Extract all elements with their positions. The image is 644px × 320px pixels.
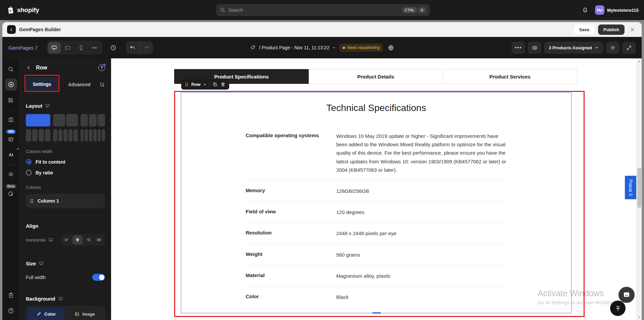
scrollbar-down-arrow[interactable]: ▼ <box>637 315 642 320</box>
rail-interactions-icon[interactable]: Beta <box>5 188 17 200</box>
layout-cell <box>53 114 65 126</box>
column-item[interactable]: Column 1 <box>26 194 105 208</box>
device-switcher <box>47 41 102 55</box>
redo-button[interactable] <box>140 41 153 54</box>
spec-label: Compatible operating systems <box>246 132 336 174</box>
settings-gear-button[interactable] <box>606 42 620 54</box>
spec-row: Weight560 grams <box>246 244 507 265</box>
notifications-bell-icon[interactable] <box>580 5 590 15</box>
publish-button[interactable]: Publish <box>598 24 625 35</box>
rail-divider <box>7 165 15 165</box>
back-chevron-icon[interactable] <box>26 65 31 70</box>
rail-checklist-icon[interactable] <box>5 289 17 301</box>
device-scope-icon <box>58 296 63 301</box>
avatar: Myt <box>595 5 604 15</box>
trash-icon[interactable] <box>220 82 226 87</box>
rail-pages-icon[interactable] <box>5 114 17 126</box>
layout-option-2-column[interactable] <box>53 114 78 126</box>
drag-handle-icon[interactable] <box>185 82 188 87</box>
arrow-up-icon <box>615 305 621 312</box>
panel-help-icon[interactable]: ? <box>98 64 105 71</box>
store-name: Myteststore115 <box>607 8 639 13</box>
layout-option-5-column[interactable] <box>53 129 78 142</box>
rail-add-element-icon[interactable] <box>5 78 17 91</box>
desktop-device-button[interactable] <box>48 42 61 53</box>
spec-label: Memory <box>246 187 336 195</box>
panel-title: Row <box>36 65 47 71</box>
panel-search-icon[interactable] <box>99 82 105 88</box>
save-button[interactable]: Save <box>574 24 595 35</box>
chevron-down-icon <box>332 46 336 50</box>
rail-templates-icon[interactable]: 450 <box>5 133 17 145</box>
layout-cell <box>45 129 50 142</box>
layout-option-1-column[interactable] <box>26 114 50 126</box>
scrollbar-thumb[interactable] <box>637 168 641 208</box>
page-title-dropdown[interactable]: / Product Page - Nov 11, 11:13:22 <box>259 45 336 50</box>
full-width-toggle[interactable] <box>92 274 105 281</box>
rail-search-icon[interactable] <box>5 63 17 75</box>
align-center-button[interactable] <box>72 235 83 245</box>
chevron-up-icon[interactable]: ▲ <box>203 83 206 86</box>
kbd-ctrl: CTRL <box>402 7 417 13</box>
close-icon[interactable] <box>628 26 637 34</box>
rail-divider <box>7 110 15 110</box>
horizontal-label: Horizontal <box>26 237 46 243</box>
kbd-k: K <box>418 7 426 13</box>
more-options-button[interactable]: ••• <box>511 42 525 54</box>
svg-text:S: S <box>9 9 11 12</box>
activate-windows-watermark: Activate Windows Go to Settings to activ… <box>538 288 616 305</box>
rail-sections-icon[interactable] <box>5 94 17 106</box>
spec-label: Field of view <box>246 208 336 216</box>
responsive-device-button[interactable] <box>88 42 101 53</box>
layout-option-3-column[interactable] <box>81 114 105 126</box>
layout-cell <box>68 129 72 142</box>
global-search-input[interactable]: Search CTRL K <box>216 4 430 16</box>
radio-by-ratio[interactable]: By ratio <box>26 170 105 175</box>
scrollbar-up-arrow[interactable]: ▲ <box>637 58 642 64</box>
drag-handle-icon[interactable] <box>30 199 34 204</box>
spec-value: 120 degrees <box>336 208 507 216</box>
layout-cell <box>89 129 92 142</box>
background-color-tab[interactable]: Color <box>28 308 65 320</box>
rail-layers-icon[interactable] <box>5 168 17 180</box>
preview-eye-button[interactable] <box>528 42 541 54</box>
settings-panel: Row ? Settings Advanced Layout Column wi… <box>20 58 111 320</box>
image-icon <box>75 312 80 317</box>
fullscreen-expand-button[interactable] <box>622 42 636 54</box>
tab-settings[interactable]: Settings <box>26 77 58 92</box>
page-canvas: Product SpecificationsProduct DetailsPro… <box>111 58 636 320</box>
align-justify-button[interactable] <box>94 235 104 245</box>
rail-ai-icon[interactable]: AI✦ <box>5 149 17 161</box>
tab-advanced[interactable]: Advanced <box>68 82 91 87</box>
resize-handle[interactable] <box>372 312 381 314</box>
background-image-tab[interactable]: Image <box>66 308 103 320</box>
undo-button[interactable] <box>126 41 139 54</box>
spec-label: Material <box>246 272 336 280</box>
divider <box>20 93 111 94</box>
spec-value: 560 grams <box>336 251 507 259</box>
tablet-device-button[interactable] <box>61 42 74 53</box>
duplicate-icon[interactable] <box>212 82 217 87</box>
page-heading: Technical Specifications <box>181 103 572 113</box>
canvas-tab[interactable]: Product Services <box>443 69 577 84</box>
products-assigned-dropdown[interactable]: 3 Products Assigned <box>544 42 603 54</box>
align-left-button[interactable] <box>62 235 72 245</box>
popup-side-tab[interactable]: Popup 3 <box>625 176 636 199</box>
canvas-scrollbar[interactable]: ▲ ▼ <box>636 58 642 320</box>
chat-widget-button[interactable] <box>618 287 635 303</box>
row-pill-label[interactable]: Row <box>191 82 200 87</box>
undo-redo-group <box>126 41 153 54</box>
align-section-title: Align <box>26 223 39 229</box>
layout-option-6-column[interactable] <box>81 129 105 142</box>
radio-fit-to-content[interactable]: Fit to content <box>26 159 105 165</box>
canvas-tab[interactable]: Product Details <box>309 69 443 84</box>
translate-globe-icon[interactable] <box>388 45 394 51</box>
rail-help-icon[interactable] <box>5 305 17 317</box>
align-right-button[interactable] <box>83 235 93 245</box>
column-width-label: Column width <box>26 149 105 154</box>
user-menu[interactable]: Myt Myteststore115 <box>595 5 639 15</box>
history-clock-icon[interactable] <box>107 42 120 53</box>
layout-option-4-column[interactable] <box>26 129 50 142</box>
mobile-device-button[interactable] <box>75 42 88 53</box>
scroll-to-top-button[interactable] <box>610 301 626 316</box>
